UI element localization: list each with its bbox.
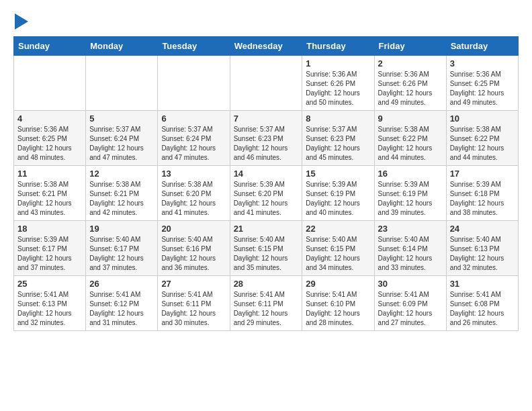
calendar-cell: 8Sunrise: 5:37 AM Sunset: 6:23 PM Daylig… xyxy=(302,111,374,166)
day-info: Sunrise: 5:40 AM Sunset: 6:14 PM Dayligh… xyxy=(378,235,443,273)
day-info: Sunrise: 5:41 AM Sunset: 6:09 PM Dayligh… xyxy=(378,290,443,328)
day-header-sunday: Sunday xyxy=(14,37,86,56)
day-info: Sunrise: 5:40 AM Sunset: 6:15 PM Dayligh… xyxy=(306,235,370,273)
calendar-cell: 7Sunrise: 5:37 AM Sunset: 6:23 PM Daylig… xyxy=(230,111,302,166)
day-number: 13 xyxy=(161,169,226,179)
day-info: Sunrise: 5:38 AM Sunset: 6:22 PM Dayligh… xyxy=(378,125,443,163)
svg-marker-0 xyxy=(15,13,28,30)
calendar-cell: 12Sunrise: 5:38 AM Sunset: 6:21 PM Dayli… xyxy=(86,166,158,221)
day-info: Sunrise: 5:36 AM Sunset: 6:26 PM Dayligh… xyxy=(306,70,370,107)
header-section xyxy=(13,13,519,30)
day-info: Sunrise: 5:41 AM Sunset: 6:10 PM Dayligh… xyxy=(306,290,370,328)
day-number: 18 xyxy=(17,224,82,234)
day-number: 16 xyxy=(378,169,443,179)
day-number: 14 xyxy=(234,169,299,179)
day-header-tuesday: Tuesday xyxy=(158,37,230,56)
day-number: 20 xyxy=(161,224,226,234)
day-header-thursday: Thursday xyxy=(302,37,374,56)
day-header-wednesday: Wednesday xyxy=(230,37,302,56)
day-number: 11 xyxy=(17,169,82,179)
day-number: 26 xyxy=(89,279,154,289)
day-number: 21 xyxy=(234,224,299,234)
calendar-cell: 10Sunrise: 5:38 AM Sunset: 6:22 PM Dayli… xyxy=(446,111,518,166)
calendar-cell: 1Sunrise: 5:36 AM Sunset: 6:26 PM Daylig… xyxy=(302,56,374,111)
calendar-cell: 17Sunrise: 5:39 AM Sunset: 6:18 PM Dayli… xyxy=(446,166,518,221)
day-info: Sunrise: 5:37 AM Sunset: 6:24 PM Dayligh… xyxy=(161,125,226,163)
calendar-cell: 21Sunrise: 5:40 AM Sunset: 6:15 PM Dayli… xyxy=(230,221,302,276)
day-number: 1 xyxy=(306,58,370,68)
day-number: 23 xyxy=(378,224,443,234)
calendar-cell xyxy=(86,56,158,111)
day-number: 15 xyxy=(306,169,370,179)
calendar-cell: 18Sunrise: 5:39 AM Sunset: 6:17 PM Dayli… xyxy=(14,221,86,276)
day-number: 8 xyxy=(306,113,370,124)
calendar-cell: 23Sunrise: 5:40 AM Sunset: 6:14 PM Dayli… xyxy=(374,221,446,276)
day-info: Sunrise: 5:41 AM Sunset: 6:12 PM Dayligh… xyxy=(89,290,154,328)
day-info: Sunrise: 5:40 AM Sunset: 6:16 PM Dayligh… xyxy=(161,235,226,273)
calendar-cell: 26Sunrise: 5:41 AM Sunset: 6:12 PM Dayli… xyxy=(86,276,158,331)
day-number: 24 xyxy=(450,224,515,234)
day-info: Sunrise: 5:36 AM Sunset: 6:26 PM Dayligh… xyxy=(378,70,443,107)
day-info: Sunrise: 5:40 AM Sunset: 6:13 PM Dayligh… xyxy=(450,235,515,273)
calendar-cell: 19Sunrise: 5:40 AM Sunset: 6:17 PM Dayli… xyxy=(86,221,158,276)
calendar-cell: 29Sunrise: 5:41 AM Sunset: 6:10 PM Dayli… xyxy=(302,276,374,331)
day-info: Sunrise: 5:38 AM Sunset: 6:21 PM Dayligh… xyxy=(89,180,154,218)
day-number: 2 xyxy=(378,58,443,68)
calendar-table: SundayMondayTuesdayWednesdayThursdayFrid… xyxy=(13,36,519,331)
day-number: 4 xyxy=(17,113,82,124)
day-number: 19 xyxy=(89,224,154,234)
day-number: 25 xyxy=(17,279,82,289)
calendar-cell: 28Sunrise: 5:41 AM Sunset: 6:11 PM Dayli… xyxy=(230,276,302,331)
calendar-cell: 24Sunrise: 5:40 AM Sunset: 6:13 PM Dayli… xyxy=(446,221,518,276)
calendar-cell: 31Sunrise: 5:41 AM Sunset: 6:08 PM Dayli… xyxy=(446,276,518,331)
calendar-cell: 11Sunrise: 5:38 AM Sunset: 6:21 PM Dayli… xyxy=(14,166,86,221)
calendar-cell xyxy=(158,56,230,111)
day-info: Sunrise: 5:36 AM Sunset: 6:25 PM Dayligh… xyxy=(17,125,82,163)
day-number: 9 xyxy=(378,113,443,124)
calendar-cell: 20Sunrise: 5:40 AM Sunset: 6:16 PM Dayli… xyxy=(158,221,230,276)
calendar-cell: 15Sunrise: 5:39 AM Sunset: 6:19 PM Dayli… xyxy=(302,166,374,221)
calendar-cell: 30Sunrise: 5:41 AM Sunset: 6:09 PM Dayli… xyxy=(374,276,446,331)
day-number: 6 xyxy=(161,113,226,124)
day-number: 22 xyxy=(306,224,370,234)
calendar-cell: 5Sunrise: 5:37 AM Sunset: 6:24 PM Daylig… xyxy=(86,111,158,166)
day-number: 29 xyxy=(306,279,370,289)
day-number: 5 xyxy=(89,113,154,124)
day-info: Sunrise: 5:37 AM Sunset: 6:23 PM Dayligh… xyxy=(234,125,299,163)
day-number: 28 xyxy=(234,279,299,289)
calendar-cell: 3Sunrise: 5:36 AM Sunset: 6:25 PM Daylig… xyxy=(446,56,518,111)
day-number: 12 xyxy=(89,169,154,179)
day-info: Sunrise: 5:39 AM Sunset: 6:20 PM Dayligh… xyxy=(234,180,299,218)
day-info: Sunrise: 5:41 AM Sunset: 6:11 PM Dayligh… xyxy=(161,290,226,328)
day-info: Sunrise: 5:37 AM Sunset: 6:23 PM Dayligh… xyxy=(306,125,370,163)
day-info: Sunrise: 5:38 AM Sunset: 6:22 PM Dayligh… xyxy=(450,125,515,163)
day-number: 7 xyxy=(234,113,299,124)
calendar-cell: 16Sunrise: 5:39 AM Sunset: 6:19 PM Dayli… xyxy=(374,166,446,221)
day-info: Sunrise: 5:41 AM Sunset: 6:08 PM Dayligh… xyxy=(450,290,515,328)
day-info: Sunrise: 5:38 AM Sunset: 6:20 PM Dayligh… xyxy=(161,180,226,218)
calendar-cell: 14Sunrise: 5:39 AM Sunset: 6:20 PM Dayli… xyxy=(230,166,302,221)
day-number: 30 xyxy=(378,279,443,289)
day-info: Sunrise: 5:39 AM Sunset: 6:18 PM Dayligh… xyxy=(450,180,515,218)
day-info: Sunrise: 5:41 AM Sunset: 6:11 PM Dayligh… xyxy=(234,290,299,328)
day-info: Sunrise: 5:37 AM Sunset: 6:24 PM Dayligh… xyxy=(89,125,154,163)
day-number: 27 xyxy=(161,279,226,289)
calendar-cell: 2Sunrise: 5:36 AM Sunset: 6:26 PM Daylig… xyxy=(374,56,446,111)
logo-icon xyxy=(15,13,28,30)
calendar-cell: 4Sunrise: 5:36 AM Sunset: 6:25 PM Daylig… xyxy=(14,111,86,166)
calendar-cell xyxy=(14,56,86,111)
calendar-cell: 6Sunrise: 5:37 AM Sunset: 6:24 PM Daylig… xyxy=(158,111,230,166)
calendar-cell: 22Sunrise: 5:40 AM Sunset: 6:15 PM Dayli… xyxy=(302,221,374,276)
day-info: Sunrise: 5:39 AM Sunset: 6:17 PM Dayligh… xyxy=(17,235,82,273)
day-info: Sunrise: 5:39 AM Sunset: 6:19 PM Dayligh… xyxy=(306,180,370,218)
day-number: 10 xyxy=(450,113,515,124)
day-info: Sunrise: 5:38 AM Sunset: 6:21 PM Dayligh… xyxy=(17,180,82,218)
day-header-saturday: Saturday xyxy=(446,37,518,56)
day-number: 17 xyxy=(450,169,515,179)
day-number: 31 xyxy=(450,279,515,289)
logo xyxy=(13,13,28,30)
day-info: Sunrise: 5:40 AM Sunset: 6:17 PM Dayligh… xyxy=(89,235,154,273)
day-info: Sunrise: 5:39 AM Sunset: 6:19 PM Dayligh… xyxy=(378,180,443,218)
calendar-cell: 27Sunrise: 5:41 AM Sunset: 6:11 PM Dayli… xyxy=(158,276,230,331)
calendar-cell xyxy=(230,56,302,111)
